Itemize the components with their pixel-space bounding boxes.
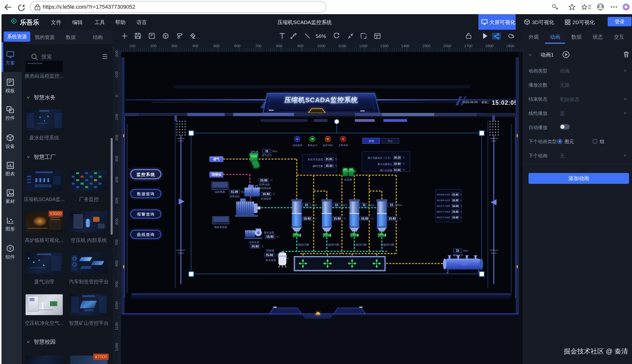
svg-text:15.92: 15.92 — [452, 216, 458, 219]
svg-text:℃: ℃ — [460, 205, 462, 208]
svg-text:进气压力: 进气压力 — [262, 154, 272, 156]
svg-text:15.92: 15.92 — [388, 217, 396, 220]
svg-text:Mpa: Mpa — [272, 150, 278, 152]
svg-text:15.92: 15.92 — [260, 179, 268, 182]
svg-text:机身油温: 机身油温 — [259, 183, 270, 186]
svg-text:15.92: 15.92 — [251, 245, 259, 248]
svg-text:21.81: 21.81 — [326, 158, 332, 160]
svg-text:回收罐: 回收罐 — [266, 249, 274, 252]
svg-text:启动就绪: 启动就绪 — [292, 144, 302, 147]
svg-text:℃: ℃ — [270, 179, 273, 182]
svg-text:℃: ℃ — [344, 217, 346, 220]
svg-text:系统运行: 系统运行 — [308, 144, 317, 147]
svg-text:℃: ℃ — [261, 245, 264, 248]
svg-text:℃: ℃ — [276, 235, 279, 238]
svg-text:15.92: 15.92 — [452, 210, 458, 213]
svg-text:15.92: 15.92 — [326, 164, 332, 167]
svg-text:2025-08-05: 2025-08-05 — [462, 100, 478, 104]
svg-text:℃: ℃ — [272, 192, 276, 196]
svg-text:供油温度: 供油温度 — [260, 197, 272, 200]
svg-text:15.92: 15.92 — [266, 235, 274, 238]
svg-text:11: 11 — [456, 249, 459, 252]
svg-text:21.81: 21.81 — [452, 193, 458, 196]
svg-text:℃: ℃ — [371, 217, 374, 220]
svg-text:15.92: 15.92 — [361, 217, 368, 220]
svg-text:21.81: 21.81 — [394, 168, 400, 172]
svg-text:退水温度: 退水温度 — [264, 231, 274, 234]
svg-text:15.92: 15.92 — [266, 253, 273, 257]
svg-text:℃: ℃ — [335, 158, 338, 160]
svg-text:Mpa: Mpa — [463, 249, 468, 252]
svg-text:℃: ℃ — [402, 156, 405, 159]
svg-text:启动: 启动 — [368, 140, 374, 142]
svg-text:乐吾乐: 乐吾乐 — [461, 263, 468, 266]
svg-text:累计总流量: 累计总流量 — [380, 169, 392, 172]
svg-text:预润滑油泵: 预润滑油泵 — [258, 186, 272, 190]
svg-text:Mpa: Mpa — [312, 204, 317, 206]
svg-text:电机定子3#温度: 电机定子3#温度 — [437, 216, 450, 218]
svg-text:三级排污阀: 三级排污阀 — [353, 243, 367, 246]
svg-text:15.92: 15.92 — [334, 217, 341, 220]
svg-text:℃: ℃ — [460, 199, 462, 202]
svg-text:冷却水泵: 冷却水泵 — [249, 241, 260, 244]
svg-text:15.92: 15.92 — [394, 162, 400, 165]
svg-text:进气阀: 进气阀 — [250, 150, 258, 153]
svg-text:进气: 进气 — [213, 157, 220, 161]
svg-text:末级排污阀: 末级排污阀 — [381, 243, 394, 246]
svg-text:曲线查询: 曲线查询 — [137, 232, 155, 237]
svg-text:报警查询: 报警查询 — [137, 212, 155, 216]
svg-text:星期二: 星期二 — [482, 100, 490, 104]
svg-text:电机定子1#温度: 电机定子1#温度 — [437, 205, 450, 207]
svg-text:11: 11 — [362, 203, 366, 207]
svg-text:11: 11 — [265, 149, 268, 153]
svg-text:回水温度: 回水温度 — [266, 258, 276, 262]
svg-text:延时停机: 延时停机 — [322, 144, 333, 147]
svg-text:末排冷后温度: 末排冷后温度 — [308, 158, 323, 161]
svg-text:℃: ℃ — [402, 162, 405, 165]
svg-text:Mpa: Mpa — [370, 204, 375, 206]
svg-text:温加热器: 温加热器 — [215, 190, 225, 193]
svg-text:℃: ℃ — [398, 217, 402, 220]
svg-text:11.00: 11.00 — [231, 190, 238, 194]
svg-text:℃: ℃ — [402, 168, 405, 172]
svg-text:润滑油压: 润滑油压 — [229, 195, 240, 198]
svg-text:电机轴承2#温度: 电机轴承2#温度 — [437, 199, 450, 202]
svg-text:℃: ℃ — [460, 211, 462, 213]
svg-text:Mpa: Mpa — [397, 204, 402, 206]
svg-text:监控系统: 监控系统 — [136, 172, 155, 177]
svg-text:数据查询: 数据查询 — [137, 192, 155, 196]
svg-text:电机定子2#温度: 电机定子2#温度 — [437, 211, 450, 213]
svg-text:立即停机: 立即停机 — [338, 144, 348, 147]
svg-text:回流阀: 回流阀 — [344, 178, 352, 181]
svg-text:停止: 停止 — [388, 140, 393, 142]
svg-text:润滑油: 润滑油 — [212, 173, 221, 176]
svg-text:一级排污阀: 一级排污阀 — [296, 243, 309, 246]
svg-text:15.92: 15.92 — [262, 192, 270, 196]
svg-text:电机轴承1#温度: 电机轴承1#温度 — [437, 194, 450, 196]
svg-text:二级排污阀: 二级排污阀 — [326, 243, 339, 246]
svg-text:电机加热器: 电机加热器 — [214, 226, 227, 228]
svg-text:15.92: 15.92 — [304, 217, 311, 220]
svg-text:储罐压力: 储罐压力 — [452, 254, 463, 256]
svg-text:15:02:05: 15:02:05 — [492, 99, 518, 106]
svg-text:压缩机SCADA监控系统: 压缩机SCADA监控系统 — [284, 96, 358, 104]
svg-text:℃: ℃ — [460, 216, 462, 219]
svg-text:瞬时流量: 瞬时流量 — [313, 164, 323, 168]
svg-text:56%: 56% — [316, 33, 326, 39]
svg-text:℃: ℃ — [276, 254, 279, 256]
svg-text:℃: ℃ — [314, 217, 316, 220]
svg-text:11: 11 — [305, 203, 308, 207]
svg-text:累计流量低位: 累计流量低位 — [378, 163, 392, 166]
svg-text:15.64: 15.64 — [452, 205, 458, 208]
svg-text:11: 11 — [390, 203, 393, 207]
svg-text:Mpa: Mpa — [342, 204, 347, 206]
svg-text:30.15: 30.15 — [394, 156, 400, 159]
svg-text:15.92: 15.92 — [452, 199, 458, 202]
svg-text:11: 11 — [335, 203, 338, 207]
svg-text:℃: ℃ — [460, 194, 462, 196]
svg-text:℃: ℃ — [335, 164, 338, 167]
svg-text:累计流量高位（十万）: 累计流量高位（十万） — [368, 156, 392, 159]
